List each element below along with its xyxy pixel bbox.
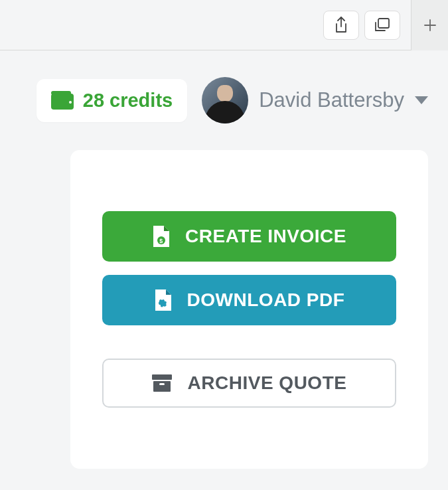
user-menu[interactable]: David Battersby [202, 77, 428, 123]
svg-point-4 [69, 101, 72, 104]
archive-icon [152, 374, 172, 392]
new-tab-button[interactable] [411, 0, 448, 50]
svg-rect-8 [153, 381, 171, 392]
svg-rect-7 [152, 374, 172, 380]
avatar [202, 77, 248, 123]
share-button[interactable] [323, 11, 359, 40]
create-invoice-label: CREATE INVOICE [185, 226, 346, 247]
download-pdf-label: DOWNLOAD PDF [187, 289, 345, 311]
credits-pill[interactable]: 28 credits [37, 79, 187, 122]
svg-rect-2 [51, 91, 71, 95]
user-name: David Battersby [259, 88, 404, 112]
chevron-down-icon [415, 96, 428, 104]
tabs-icon [374, 17, 391, 33]
archive-quote-button[interactable]: ARCHIVE QUOTE [102, 359, 396, 408]
browser-chrome [0, 0, 448, 50]
wallet-icon [51, 91, 74, 110]
actions-card: $ CREATE INVOICE DOWNLOAD PDF [70, 150, 428, 469]
invoice-file-icon: $ [152, 226, 169, 247]
svg-text:$: $ [159, 238, 163, 244]
tabs-button[interactable] [364, 11, 400, 40]
create-invoice-button[interactable]: $ CREATE INVOICE [102, 211, 396, 262]
archive-quote-label: ARCHIVE QUOTE [188, 372, 347, 394]
pdf-file-icon [154, 289, 171, 311]
svg-rect-9 [159, 383, 165, 385]
header-bar: 28 credits David Battersby [0, 50, 448, 150]
plus-icon [423, 18, 437, 33]
content-area: 28 credits David Battersby $ CREAT [0, 50, 448, 469]
svg-rect-0 [378, 19, 389, 28]
share-icon [333, 16, 349, 35]
download-pdf-button[interactable]: DOWNLOAD PDF [102, 275, 396, 325]
credits-label: 28 credits [83, 90, 173, 112]
